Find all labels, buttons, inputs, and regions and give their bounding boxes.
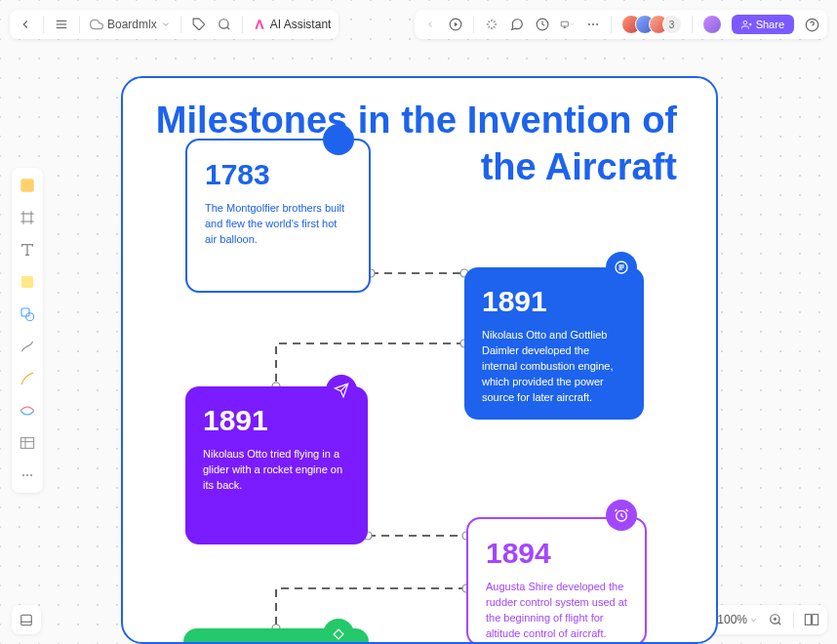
mindmap-tool[interactable] [18,401,37,421]
card-year: 1783 [205,158,351,191]
card-year: 1891 [482,285,626,318]
svg-line-42 [778,623,781,625]
doc-name-dropdown[interactable]: Boardmlx [90,18,171,31]
chevron-left-small-icon[interactable] [422,17,438,32]
card-desc: Augusta Shire developed the rudder contr… [486,580,627,642]
share-label: Share [756,19,784,30]
divider [43,16,44,33]
ai-assistant-label: AI Assistant [270,18,332,31]
avatar-more-count: 3 [662,15,682,34]
back-icon[interactable] [18,17,33,32]
svg-marker-7 [454,22,458,27]
svg-point-15 [743,20,747,24]
slides-icon[interactable] [560,17,576,32]
timeline-card-1891-glider[interactable]: 1891 Nikolaus Otto tried flying in a gli… [185,386,368,544]
svg-point-34 [26,474,28,476]
chevron-down-icon [570,20,575,28]
svg-line-5 [226,27,229,30]
svg-point-29 [26,313,34,321]
ai-assistant-button[interactable]: AI Assistant [253,18,332,31]
collaborator-avatars[interactable]: 3 [621,15,682,34]
svg-rect-36 [21,615,32,625]
ai-assistant-icon [253,18,266,31]
divider [793,611,794,628]
svg-point-13 [592,23,594,25]
bottom-left-panel-toggle[interactable] [12,605,41,634]
doc-name-text: Boardmlx [107,18,157,31]
chevron-down-icon [749,616,758,624]
diagram-frame[interactable]: Milestones in the Invention of the Aircr… [121,76,718,644]
divider [611,16,612,33]
zoom-level-text: 100% [717,613,747,626]
divider [79,16,80,33]
top-left-toolbar: Boardmlx AI Assistant [10,10,339,39]
card-year: 1891 [203,404,350,437]
card-badge-diamond-icon [323,619,354,644]
menu-icon[interactable] [54,17,69,32]
svg-rect-46 [813,615,818,625]
card-year: 1894 [486,537,627,570]
templates-tool[interactable] [18,176,37,195]
help-icon[interactable] [804,17,819,32]
share-button[interactable]: Share [732,15,794,34]
svg-rect-30 [20,438,33,449]
panel-icon [20,613,33,627]
card-badge-document-icon [606,252,637,283]
card-badge-paper-plane-icon [326,375,357,406]
svg-point-14 [596,23,598,25]
svg-rect-60 [334,629,343,639]
card-badge-clock-icon [606,500,637,531]
svg-rect-27 [21,276,33,288]
zoom-level-dropdown[interactable]: 100% [717,613,758,626]
search-icon[interactable] [217,17,232,32]
left-tool-rail [12,168,43,493]
table-tool[interactable] [18,433,37,453]
tag-icon[interactable] [191,17,207,32]
share-user-icon [741,20,752,30]
divider [242,16,243,33]
card-badge-circle-icon [323,124,354,155]
svg-rect-28 [21,308,29,316]
sparkle-icon[interactable] [484,17,499,32]
connector-tool[interactable] [18,337,37,356]
timeline-card-1894[interactable]: 1894 Augusta Shire developed the rudder … [466,517,647,644]
cloud-icon [90,18,103,31]
svg-rect-20 [20,179,34,192]
svg-point-35 [30,474,32,476]
svg-point-4 [219,20,227,28]
chevron-down-icon [161,20,171,29]
card-desc: Nikolaus Otto tried flying in a glider w… [203,447,350,494]
more-icon[interactable] [585,17,601,32]
svg-rect-45 [805,615,811,625]
divider [692,16,693,33]
text-tool[interactable] [18,240,37,260]
shape-tool[interactable] [18,304,37,324]
play-icon[interactable] [448,17,463,32]
sticky-note-tool[interactable] [18,272,37,292]
minimap-icon[interactable] [804,612,819,627]
pen-tool[interactable] [18,369,37,388]
timeline-card-1783[interactable]: 1783 The Montgolfier brothers built and … [185,139,371,293]
timeline-card-1891-engine[interactable]: 1891 Nikolaus Otto and Gottlieb Daimler … [464,267,644,420]
comment-icon[interactable] [509,17,525,32]
zoom-in-icon[interactable] [768,612,783,627]
svg-point-33 [22,474,24,476]
divider [180,16,181,33]
divider [473,16,474,33]
frame-tool[interactable] [18,208,37,227]
svg-point-12 [588,23,590,25]
more-tools-icon[interactable] [18,465,37,485]
history-icon[interactable] [535,17,550,32]
top-right-toolbar: 3 Share [415,10,827,39]
card-desc: Nikolaus Otto and Gottlieb Daimler devel… [482,328,626,406]
svg-rect-9 [561,21,568,26]
card-desc: The Montgolfier brothers built and flew … [205,201,351,248]
current-user-avatar[interactable] [702,15,722,34]
